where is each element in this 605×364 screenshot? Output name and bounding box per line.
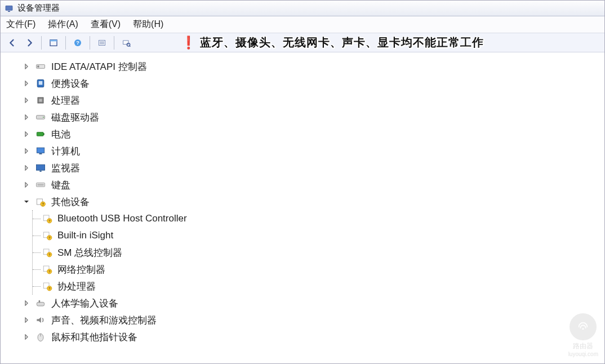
help-button[interactable]: ? xyxy=(70,35,85,50)
svg-rect-1 xyxy=(8,11,10,11)
watermark: 路由器 luyouqi.com xyxy=(568,313,598,357)
tree-child-node[interactable]: ?Built-in iSight xyxy=(33,227,604,244)
tree-child-label: 网络控制器 xyxy=(57,263,105,276)
hid-icon xyxy=(34,297,47,309)
device-manager-window: 设备管理器 文件(F) 操作(A) 查看(V) 帮助(H) ? xyxy=(0,0,605,364)
collapse-arrow-icon[interactable] xyxy=(23,198,30,205)
svg-point-20 xyxy=(43,117,44,118)
toolbar-divider xyxy=(65,36,66,50)
tree-node[interactable]: 监视器 xyxy=(23,159,604,176)
expand-arrow-icon[interactable] xyxy=(23,181,30,188)
expand-arrow-icon[interactable] xyxy=(23,80,30,87)
tree-node-label: IDE ATA/ATAPI 控制器 xyxy=(51,60,147,73)
svg-rect-23 xyxy=(37,148,44,153)
tree-node-label: 鼠标和其他指针设备 xyxy=(51,331,137,344)
titlebar: 设备管理器 xyxy=(1,1,604,16)
tree-node[interactable]: 鼠标和其他指针设备 xyxy=(23,329,604,345)
other-devices-icon: ? xyxy=(34,196,47,208)
tree-child-node[interactable]: ?网络控制器 xyxy=(33,261,604,278)
tree-node[interactable]: IDE ATA/ATAPI 控制器 xyxy=(23,58,604,75)
alert-text: 蓝牙、摄像头、无线网卡、声卡、显卡均不能正常工作 xyxy=(200,35,484,50)
svg-rect-16 xyxy=(39,81,43,85)
watermark-brand: 路由器 xyxy=(573,341,593,351)
expand-arrow-icon[interactable] xyxy=(23,63,30,70)
monitor-icon xyxy=(34,162,47,174)
svg-point-52 xyxy=(582,328,584,330)
tree-node[interactable]: 人体学输入设备 xyxy=(23,295,604,312)
window-up-icon xyxy=(49,38,58,47)
tree-node-label: 监视器 xyxy=(51,162,80,175)
expand-arrow-icon[interactable] xyxy=(23,165,30,171)
svg-rect-14 xyxy=(37,65,39,67)
tree-child-label: 协处理器 xyxy=(57,280,96,293)
tree-child-node[interactable]: ?SM 总线控制器 xyxy=(33,244,604,261)
scan-hardware-button[interactable] xyxy=(119,35,134,50)
svg-rect-21 xyxy=(37,132,43,136)
tree-child-node[interactable]: ?Bluetooth USB Host Controller xyxy=(33,210,604,227)
unknown-device-icon: ? xyxy=(42,230,53,241)
tree-child-label: SM 总线控制器 xyxy=(57,246,122,259)
menubar: 文件(F) 操作(A) 查看(V) 帮助(H) xyxy=(1,16,604,33)
computer-icon xyxy=(34,145,47,157)
portable-device-icon xyxy=(34,77,47,90)
svg-rect-24 xyxy=(39,153,42,154)
tree-node-label: 其他设备 xyxy=(51,196,90,208)
expand-arrow-icon[interactable] xyxy=(23,97,30,104)
svg-rect-27 xyxy=(37,183,45,187)
unknown-device-icon: ? xyxy=(42,281,53,292)
expand-arrow-icon[interactable] xyxy=(23,317,30,323)
svg-rect-18 xyxy=(39,99,42,102)
menu-help[interactable]: 帮助(H) xyxy=(133,19,163,30)
watermark-url: luyouqi.com xyxy=(568,351,598,357)
unknown-device-icon: ? xyxy=(42,264,53,275)
expand-arrow-icon[interactable] xyxy=(23,131,30,137)
svg-text:?: ? xyxy=(76,40,79,46)
tree-node-label: 处理器 xyxy=(51,94,80,107)
back-button[interactable] xyxy=(5,35,20,50)
device-tree[interactable]: IDE ATA/ATAPI 控制器便携设备处理器磁盘驱动器电池计算机监视器键盘?… xyxy=(1,52,604,363)
tree-node[interactable]: 计算机 xyxy=(23,143,604,159)
unknown-device-icon: ? xyxy=(42,213,53,224)
svg-line-12 xyxy=(130,46,130,46)
expand-arrow-icon[interactable] xyxy=(23,148,30,154)
tree-node-label: 电池 xyxy=(51,128,70,141)
toolbar-divider xyxy=(90,36,90,50)
properties-button[interactable] xyxy=(95,35,109,50)
arrow-right-icon xyxy=(24,38,34,48)
battery-icon xyxy=(34,128,47,140)
mouse-icon xyxy=(34,331,47,343)
ide-controller-icon xyxy=(34,60,47,73)
up-button[interactable] xyxy=(46,35,61,50)
menu-action[interactable]: 操作(A) xyxy=(48,19,78,30)
tree-node[interactable]: 电池 xyxy=(23,126,604,143)
unknown-device-icon: ? xyxy=(42,247,53,258)
svg-rect-48 xyxy=(37,302,44,306)
expand-arrow-icon[interactable] xyxy=(23,334,30,340)
expand-arrow-icon[interactable] xyxy=(23,114,30,121)
menu-file[interactable]: 文件(F) xyxy=(6,19,35,30)
tree-node-label: 计算机 xyxy=(51,145,80,158)
svg-rect-0 xyxy=(6,6,12,10)
menu-view[interactable]: 查看(V) xyxy=(91,19,121,30)
tree-node[interactable]: 便携设备 xyxy=(23,75,604,92)
tree-children: ?Bluetooth USB Host Controller?Built-in … xyxy=(32,210,604,295)
tree-node[interactable]: 键盘 xyxy=(23,176,604,193)
toolbar-divider xyxy=(41,36,42,50)
svg-text:?: ? xyxy=(42,202,44,206)
scan-icon xyxy=(122,38,131,47)
tree-node[interactable]: 磁盘驱动器 xyxy=(23,109,604,126)
question-icon: ? xyxy=(73,38,82,47)
forward-button[interactable] xyxy=(22,35,37,50)
tree-node-label: 人体学输入设备 xyxy=(51,297,118,310)
cpu-icon xyxy=(34,94,47,106)
tree-node[interactable]: 声音、视频和游戏控制器 xyxy=(23,312,604,329)
expand-arrow-icon[interactable] xyxy=(23,300,30,307)
svg-rect-49 xyxy=(39,300,41,303)
watermark-logo-icon xyxy=(570,313,597,340)
tree-node[interactable]: 处理器 xyxy=(23,92,604,109)
list-icon xyxy=(97,38,106,47)
tree-node[interactable]: ?其他设备 xyxy=(23,193,604,210)
svg-rect-22 xyxy=(43,133,45,135)
toolbar: ? ❗ 蓝牙、摄像头、无线网卡、声卡、显卡均不能正常工作 xyxy=(1,33,604,52)
tree-child-node[interactable]: ?协处理器 xyxy=(33,278,604,295)
